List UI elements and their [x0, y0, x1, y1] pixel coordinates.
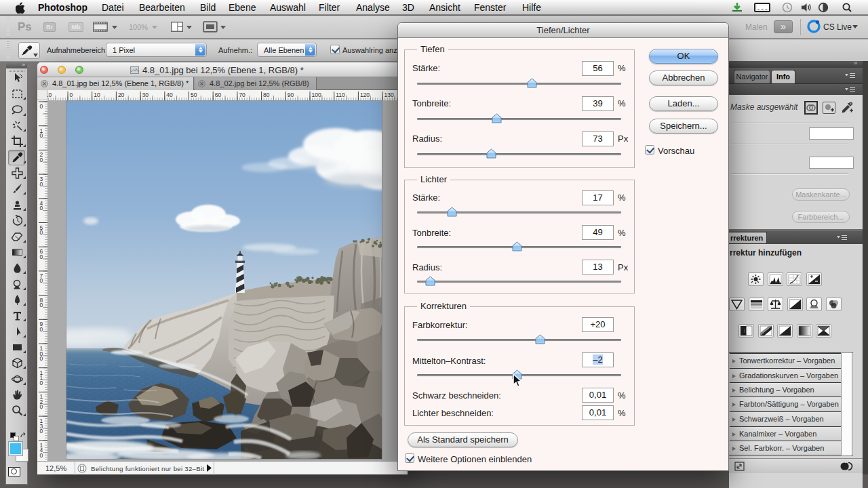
svg-text:120: 120: [360, 92, 370, 98]
svg-text:130: 130: [384, 92, 394, 98]
svg-text:0: 0: [40, 229, 43, 236]
svg-text:0: 0: [40, 205, 43, 211]
svg-text:110: 110: [336, 92, 345, 98]
svg-text:60: 60: [215, 92, 222, 98]
svg-text:80: 80: [263, 92, 270, 98]
svg-text:0: 0: [40, 403, 43, 410]
svg-text:0: 0: [40, 103, 43, 110]
svg-text:0: 0: [70, 92, 73, 98]
svg-text:0: 0: [40, 380, 43, 386]
svg-text:20: 20: [118, 92, 125, 98]
svg-text:10: 10: [94, 92, 100, 98]
svg-text:70: 70: [239, 92, 245, 98]
svg-text:0: 0: [40, 428, 43, 434]
svg-text:90: 90: [288, 92, 294, 98]
svg-text:0: 0: [40, 253, 43, 260]
svg-text:0: 0: [40, 181, 43, 188]
svg-text:0: 0: [40, 132, 43, 139]
svg-text:50: 50: [191, 92, 197, 98]
svg-text:0: 0: [40, 157, 43, 163]
svg-text:0: 0: [40, 355, 43, 362]
svg-text:0: 0: [40, 452, 43, 459]
svg-text:0: 0: [40, 277, 43, 284]
svg-text:0: 0: [40, 326, 43, 333]
svg-text:0: 0: [40, 302, 43, 308]
svg-text:40: 40: [166, 92, 173, 98]
svg-text:30: 30: [142, 92, 149, 98]
svg-text:100: 100: [312, 92, 321, 98]
